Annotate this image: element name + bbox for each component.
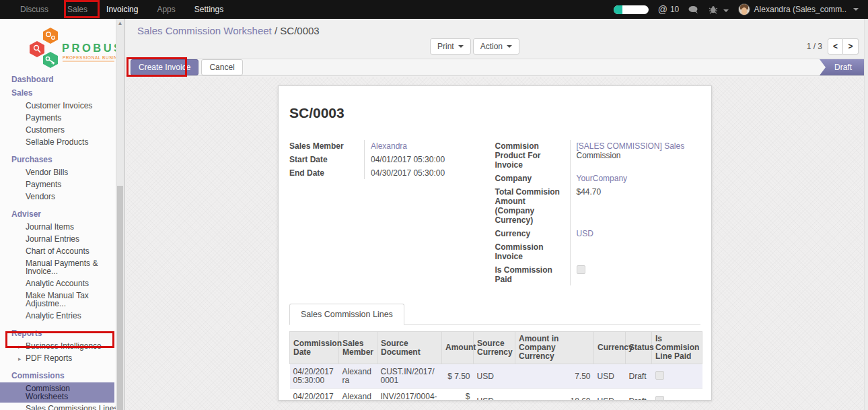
line-paid-checkbox[interactable] [655,371,664,380]
sidebar-item-business-intelligence[interactable]: ▸Business Intelligence [0,340,124,352]
sidebar-scrollbar[interactable]: ▲ [116,19,124,410]
control-panel: Sales Commission Worksheet / SC/0003 Pri… [126,19,864,59]
cell-member[interactable]: Alexandra [339,364,377,389]
end-date-value: 04/30/2017 05:30:00 [365,166,495,179]
action-dropdown-button[interactable]: Action [473,38,519,55]
sales-member-value[interactable]: Alexandra [371,141,407,151]
sidebar-item-journal-entries[interactable]: Journal Entries [0,233,124,245]
form-sheet: SC/0003 Sales Member Alexandra Start Dat… [278,86,712,401]
sidebar-item-vendors[interactable]: Vendors [0,191,124,203]
sidebar-item-payments-purchases[interactable]: Payments [0,178,124,191]
cell-status[interactable]: Draft [626,389,652,401]
commission-product-value[interactable]: [SALES COMMISSION] Sales [577,141,685,151]
col-sales-member[interactable]: Sales Member [339,332,377,364]
user-menu[interactable]: Alexandra (Sales_comm.. [738,3,859,15]
col-currency[interactable]: Currency [594,332,626,364]
sidebar-item-tax-adjustment[interactable]: Make Manual Tax Adjustme... [0,289,124,310]
sidebar-item-manual-payments[interactable]: Manual Payments & Invoice... [0,257,124,277]
col-source-currency[interactable]: Source Currency [474,332,515,364]
sidebar-item-customer-invoices[interactable]: Customer Invoices [0,100,124,112]
sidebar-section-reports[interactable]: Reports [0,327,124,340]
cell-member[interactable]: Alexandra [339,389,377,401]
sidebar-item-analytic-entries[interactable]: Analytic Entries [0,310,124,322]
sidebar-section-commissions[interactable]: Commissions [0,369,124,382]
sidebar-section-adviser[interactable]: Adviser [0,207,124,221]
cell-currency[interactable]: USD [594,389,626,401]
col-commission-date[interactable]: Commission Date [290,332,339,364]
sidebar-item-commission-worksheets[interactable]: Commission Worksheets [0,382,114,403]
pager: 1 / 3 < > [807,38,859,55]
sidebar-item-customers[interactable]: Customers [0,124,124,136]
cell-amount-company[interactable]: 18.60 [515,389,594,401]
sidebar-item-chart-of-accounts[interactable]: Chart of Accounts [0,245,124,257]
breadcrumb-current: SC/0003 [280,25,319,36]
page-scrollbar[interactable] [864,19,868,410]
svg-text:PROFESSIONAL BUSINESS: PROFESSIONAL BUSINESS [63,55,116,60]
cell-source[interactable]: CUST.IN/2017/0001 [377,364,442,389]
cell-source-currency[interactable]: USD [474,364,515,389]
col-is-commission-line-paid[interactable]: Is Commision Line Paid [652,332,702,364]
scroll-up-arrow-icon[interactable]: ▲ [116,20,124,26]
sidebar-item-payments-sales[interactable]: Payments [0,112,124,124]
col-status[interactable]: Status [626,332,652,364]
company-value[interactable]: YourCompany [577,174,628,183]
pager-previous-button[interactable]: < [828,38,843,55]
menu-settings[interactable]: Settings [186,0,231,19]
debug-bug-icon[interactable] [709,5,728,14]
commission-invoice-value [571,240,701,263]
col-amount[interactable]: Amount [442,332,474,364]
breadcrumb-parent-link[interactable]: Sales Commission Worksheet [137,25,272,36]
menu-discuss[interactable]: Discuss [12,0,57,19]
sidebar-section-purchases[interactable]: Purchases [0,153,124,166]
start-date-label: Start Date [289,152,365,166]
cell-amount-company[interactable]: 7.50 [515,364,594,389]
currency-value[interactable]: USD [577,229,593,238]
cell-amount[interactable]: $ 18.60 [442,389,474,401]
cell-date[interactable]: 04/20/2017 05:30:00 [290,389,339,401]
timer-progress [614,5,622,14]
start-date-value: 04/01/2017 05:30:00 [365,152,495,166]
form-statusbar: Create Invoice Cancel Draft [126,59,864,76]
cell-source[interactable]: INV/2017/0004-SO008 [377,389,442,401]
sidebar-item-pdf-reports[interactable]: ▸PDF Reports [0,352,124,364]
field-group-left: Sales Member Alexandra Start Date 04/01/… [289,140,495,285]
avatar [738,3,750,15]
pager-next-button[interactable]: > [843,38,859,55]
timer-pill[interactable] [614,5,649,14]
sidebar-item-journal-items[interactable]: Journal Items [0,221,124,233]
col-amount-company-currency[interactable]: Amount in Company Currency [515,332,594,364]
is-commission-paid-checkbox[interactable] [577,265,585,274]
print-dropdown-button[interactable]: Print [430,38,471,55]
user-name: Alexandra (Sales_comm.. [754,5,846,14]
sidebar-item-dashboard[interactable]: Dashboard [0,73,124,86]
tab-sales-commission-lines[interactable]: Sales Commission Lines [289,304,404,325]
table-row[interactable]: 04/20/2017 05:30:00 Alexandra INV/2017/0… [290,389,702,401]
line-paid-checkbox[interactable] [655,396,664,401]
notebook: Sales Commission Lines Commission Date S… [289,303,700,401]
table-row[interactable]: 04/20/2017 05:30:00 Alexandra CUST.IN/20… [290,364,702,389]
sidebar-item-analytic-accounts[interactable]: Analytic Accounts [0,277,124,289]
chevron-down-icon [723,9,729,12]
main-area: Sales Commission Worksheet / SC/0003 Pri… [126,19,864,410]
status-badge-draft[interactable]: Draft [820,59,864,75]
cell-currency[interactable]: USD [594,364,626,389]
chevron-down-icon [458,45,464,48]
menu-sales[interactable]: Sales [59,0,96,19]
sidebar-scrollbar-thumb[interactable] [117,186,123,410]
cell-status[interactable]: Draft [626,364,652,389]
cell-source-currency[interactable]: USD [474,389,515,401]
sidebar-item-vendor-bills[interactable]: Vendor Bills [0,166,124,178]
cancel-button[interactable]: Cancel [201,59,242,75]
col-source-document[interactable]: Source Document [377,332,442,364]
commission-lines-table: Commission Date Sales Member Source Docu… [289,331,702,401]
sidebar-item-sellable-products[interactable]: Sellable Products [0,136,124,148]
messages-icon[interactable] [688,5,699,14]
sidebar-section-sales[interactable]: Sales [0,86,124,100]
sidebar-item-sales-commissions-lines[interactable]: Sales Commissions Lines [0,403,124,410]
menu-invoicing[interactable]: Invoicing [98,0,146,19]
mentions-counter[interactable]: @ 10 [658,4,680,15]
menu-apps[interactable]: Apps [149,0,183,19]
cell-amount[interactable]: $ 7.50 [442,364,474,389]
cell-date[interactable]: 04/20/2017 05:30:00 [290,364,339,389]
create-invoice-button[interactable]: Create Invoice [131,59,198,75]
